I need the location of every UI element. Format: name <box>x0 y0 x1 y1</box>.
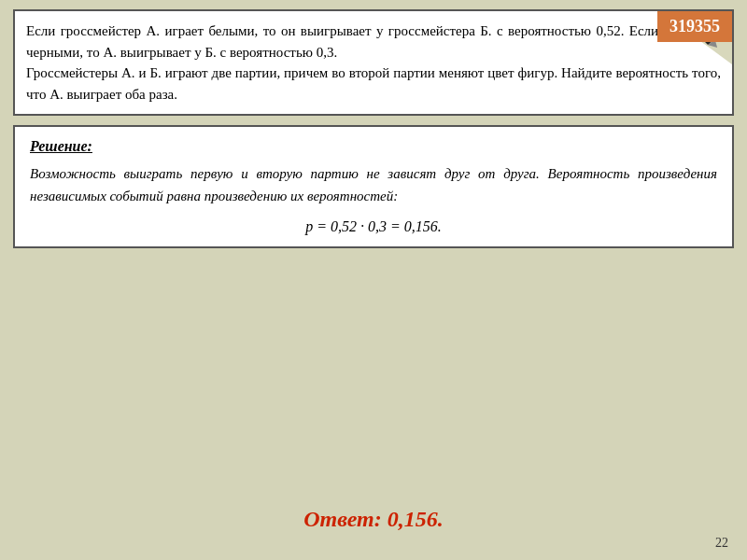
answer-container: Ответ: 0,156. <box>0 507 747 532</box>
solution-formula: p = 0,52 · 0,3 = 0,156. <box>30 218 717 235</box>
solution-box: Решение: Возможность выиграть первую и в… <box>13 125 734 248</box>
solution-title: Решение: <box>30 138 717 155</box>
answer-text: Ответ: 0,156. <box>303 507 443 531</box>
main-container: 319355 Если гроссмейстер А. играет белым… <box>0 0 747 267</box>
problem-text-line2: Гроссмейстеры А. и Б. играют две партии,… <box>26 65 721 102</box>
problem-box: 319355 Если гроссмейстер А. играет белым… <box>13 9 734 116</box>
problem-text-line1: Если гроссмейстер А. играет белыми, то о… <box>26 23 721 60</box>
badge-number: 319355 <box>669 17 720 35</box>
problem-text: Если гроссмейстер А. играет белыми, то о… <box>26 21 721 105</box>
solution-text: Возможность выиграть первую и вторую пар… <box>30 162 717 207</box>
page-number: 22 <box>715 536 728 551</box>
badge: 319355 <box>657 11 732 42</box>
